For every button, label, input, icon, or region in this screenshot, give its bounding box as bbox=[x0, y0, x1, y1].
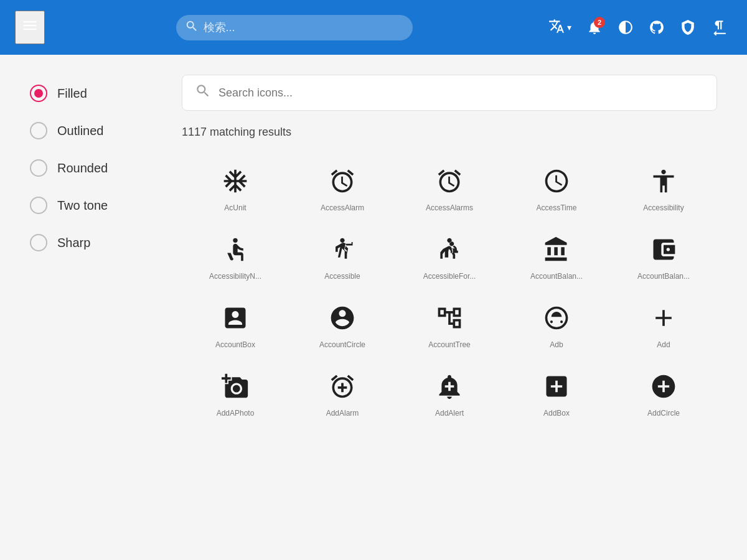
acunit-icon bbox=[220, 166, 250, 196]
radio-rounded-outer bbox=[30, 159, 47, 177]
icon-grid-area: 1117 matching results AcUnit AccessAlarm bbox=[182, 75, 717, 540]
radio-twotone-outer bbox=[30, 197, 47, 214]
accountcircle-icon bbox=[327, 303, 357, 333]
accountbalance-icon bbox=[542, 235, 571, 264]
addaphoto-icon bbox=[220, 371, 250, 401]
navbar-search-input[interactable] bbox=[176, 15, 413, 40]
accessalarm-icon bbox=[327, 166, 357, 196]
icon-accessibilitynew[interactable]: AccessibilityN... bbox=[182, 222, 289, 291]
addcircle-icon bbox=[649, 371, 679, 401]
radio-filled[interactable]: Filled bbox=[30, 85, 167, 102]
navbar-search-container bbox=[55, 15, 533, 40]
icon-accountbalancewallet[interactable]: AccountBalan... bbox=[610, 222, 717, 291]
accessibleforward-icon bbox=[435, 235, 464, 264]
icon-accounttree[interactable]: AccountTree bbox=[396, 291, 503, 359]
icon-accountbalance[interactable]: AccountBalan... bbox=[503, 222, 610, 291]
notification-button[interactable]: 2 bbox=[581, 14, 608, 40]
search-bar-icon bbox=[195, 83, 211, 103]
accountbalance-label: AccountBalan... bbox=[530, 272, 583, 281]
icon-accessibleforward[interactable]: AccessibleFor... bbox=[396, 222, 503, 291]
language-icon bbox=[548, 18, 565, 37]
radio-outlined-label: Outlined bbox=[57, 124, 104, 138]
navbar-icons: ▾ 2 bbox=[543, 13, 732, 42]
radio-outlined[interactable]: Outlined bbox=[30, 122, 167, 139]
add-icon bbox=[649, 303, 679, 333]
search-bar-container bbox=[182, 75, 717, 111]
accessible-label: Accessible bbox=[324, 272, 360, 281]
radio-twotone[interactable]: Two tone bbox=[30, 197, 167, 214]
github-button[interactable] bbox=[644, 14, 670, 40]
icon-addcircle[interactable]: AddCircle bbox=[610, 359, 717, 427]
main-content: Filled Outlined Rounded Two tone Sharp 1… bbox=[0, 55, 747, 560]
radio-filled-outer bbox=[30, 85, 47, 102]
radio-rounded-label: Rounded bbox=[57, 161, 108, 175]
accountbalancewallet-icon bbox=[649, 235, 679, 264]
icon-grid: AcUnit AccessAlarm AccessAlarms AccessTi… bbox=[182, 154, 717, 427]
radio-twotone-label: Two tone bbox=[57, 198, 108, 213]
accessibility-label: Accessibility bbox=[643, 203, 684, 212]
icon-addbox[interactable]: AddBox bbox=[503, 359, 610, 427]
icon-accessalarm[interactable]: AccessAlarm bbox=[289, 154, 396, 222]
icon-accessible[interactable]: Accessible bbox=[289, 222, 396, 291]
menu-button[interactable] bbox=[15, 11, 45, 44]
icon-addaphoto[interactable]: AddAPhoto bbox=[182, 359, 289, 427]
radio-sharp-label: Sharp bbox=[57, 236, 90, 250]
accountbalancewallet-label: AccountBalan... bbox=[637, 272, 690, 281]
accessalarm-label: AccessAlarm bbox=[321, 203, 364, 212]
addalarm-icon bbox=[327, 371, 357, 401]
sidebar: Filled Outlined Rounded Two tone Sharp bbox=[30, 75, 167, 540]
icon-accesstime[interactable]: AccessTime bbox=[503, 154, 610, 222]
accountcircle-label: AccountCircle bbox=[319, 340, 365, 349]
add-label: Add bbox=[657, 340, 670, 349]
language-label: ▾ bbox=[567, 22, 571, 32]
accounttree-icon bbox=[435, 303, 464, 333]
accountbox-icon bbox=[220, 303, 250, 333]
addalarm-label: AddAlarm bbox=[326, 409, 359, 418]
accesstime-icon bbox=[542, 166, 571, 196]
radio-outlined-outer bbox=[30, 122, 47, 139]
accessible-icon bbox=[327, 235, 357, 264]
addbox-label: AddBox bbox=[543, 409, 570, 418]
svg-point-0 bbox=[233, 238, 237, 243]
notification-badge: 2 bbox=[594, 17, 605, 28]
settings-button[interactable] bbox=[675, 14, 701, 40]
acunit-label: AcUnit bbox=[224, 203, 246, 212]
icon-accountbox[interactable]: AccountBox bbox=[182, 291, 289, 359]
accesstime-label: AccessTime bbox=[537, 203, 577, 212]
icon-adb[interactable]: Adb bbox=[503, 291, 610, 359]
contrast-button[interactable] bbox=[613, 14, 639, 40]
text-direction-button[interactable] bbox=[706, 14, 732, 40]
radio-sharp[interactable]: Sharp bbox=[30, 234, 167, 251]
icon-addalarm[interactable]: AddAlarm bbox=[289, 359, 396, 427]
addalert-icon bbox=[435, 371, 464, 401]
navbar-search-wrapper bbox=[176, 15, 413, 40]
addcircle-label: AddCircle bbox=[647, 409, 680, 418]
radio-sharp-outer bbox=[30, 234, 47, 251]
accessibilitynew-label: AccessibilityN... bbox=[209, 272, 261, 281]
addaphoto-label: AddAPhoto bbox=[217, 409, 255, 418]
language-button[interactable]: ▾ bbox=[543, 13, 576, 42]
adb-icon bbox=[542, 303, 571, 333]
icon-accessibility[interactable]: Accessibility bbox=[610, 154, 717, 222]
addbox-icon bbox=[542, 371, 571, 401]
accessibility-icon bbox=[649, 166, 679, 196]
accounttree-label: AccountTree bbox=[428, 340, 471, 349]
accessalarms-label: AccessAlarms bbox=[426, 203, 473, 212]
icon-accessalarms[interactable]: AccessAlarms bbox=[396, 154, 503, 222]
addalert-label: AddAlert bbox=[435, 409, 464, 418]
adb-label: Adb bbox=[550, 340, 563, 349]
icon-accountcircle[interactable]: AccountCircle bbox=[289, 291, 396, 359]
icon-addalert[interactable]: AddAlert bbox=[396, 359, 503, 427]
accessalarms-icon bbox=[435, 166, 464, 196]
radio-filled-inner bbox=[34, 89, 43, 98]
icon-acunit[interactable]: AcUnit bbox=[182, 154, 289, 222]
icon-add[interactable]: Add bbox=[610, 291, 717, 359]
accessibleforward-label: AccessibleFor... bbox=[423, 272, 476, 281]
accessibilitynew-icon bbox=[220, 235, 250, 264]
radio-filled-label: Filled bbox=[57, 86, 87, 101]
results-count: 1117 matching results bbox=[182, 126, 717, 139]
accountbox-label: AccountBox bbox=[215, 340, 255, 349]
radio-rounded[interactable]: Rounded bbox=[30, 159, 167, 177]
navbar: ▾ 2 bbox=[0, 0, 747, 55]
search-icons-input[interactable] bbox=[218, 86, 704, 100]
